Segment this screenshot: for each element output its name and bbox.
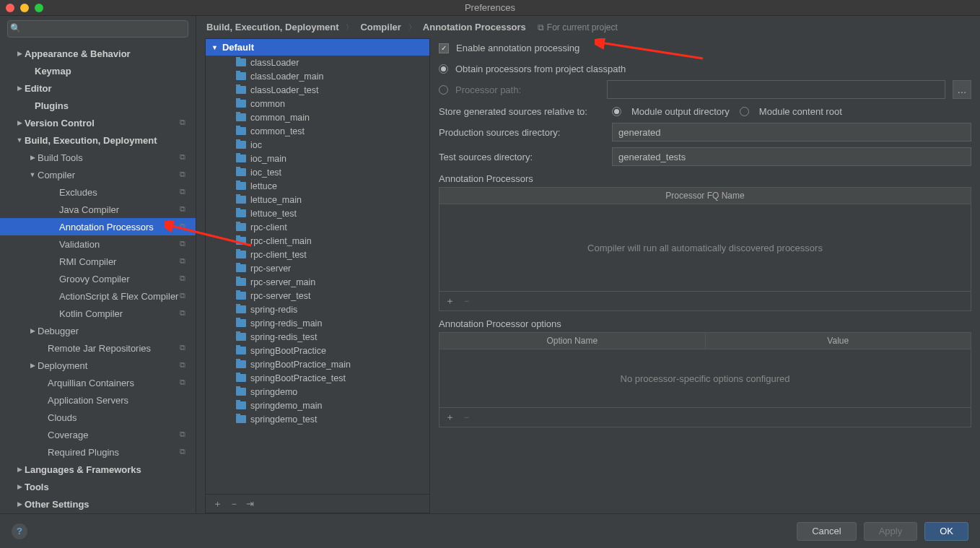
module-output-label: Module output directory (631, 106, 730, 117)
ap-remove-icon[interactable]: － (462, 295, 471, 308)
sidebar-item[interactable]: Groovy Compiler⧉ (0, 270, 196, 287)
tree-arrow-icon: ▼ (27, 171, 38, 178)
module-item[interactable]: springdemo_main (206, 399, 429, 412)
sidebar-item[interactable]: Keymap (0, 62, 196, 79)
minimize-window-icon[interactable] (20, 4, 29, 12)
module-item[interactable]: common_main (206, 110, 429, 124)
project-scope-icon: ⧉ (180, 204, 190, 214)
module-output-radio[interactable] (612, 107, 621, 116)
module-label: lettuce_main (250, 195, 302, 205)
module-item[interactable]: rpc-server_test (206, 289, 429, 303)
breadcrumb-seg[interactable]: Compiler (360, 22, 401, 32)
module-folder-icon (236, 141, 246, 149)
project-scope-icon: ⧉ (180, 274, 190, 284)
sidebar-item[interactable]: ▶Languages & Frameworks (0, 461, 196, 478)
module-item[interactable]: lettuce (206, 179, 429, 193)
search-input[interactable] (7, 20, 188, 38)
module-item[interactable]: classLoader (206, 56, 429, 69)
breadcrumb-seg[interactable]: Build, Execution, Deployment (206, 22, 338, 32)
module-folder-icon (236, 251, 246, 258)
project-scope-icon: ⧉ (180, 222, 190, 232)
processor-path-radio[interactable] (439, 85, 448, 95)
module-label: common_test (250, 126, 305, 136)
module-label: ioc_main (250, 154, 286, 164)
sidebar-item[interactable]: Application Servers (0, 391, 196, 409)
prod-dir-input[interactable] (612, 123, 971, 142)
module-item[interactable]: springBootPractice_test (206, 371, 429, 385)
sidebar-item-label: Appearance & Behavior (25, 48, 190, 59)
module-item[interactable]: classLoader_test (206, 83, 429, 97)
sidebar-item[interactable]: ▶Build Tools⧉ (0, 149, 196, 166)
module-item[interactable]: rpc-server_main (206, 275, 429, 289)
sidebar-item[interactable]: ▶Other Settings (0, 495, 196, 513)
titlebar: Preferences (0, 0, 980, 16)
sidebar-item-label: Editor (25, 83, 190, 94)
add-profile-icon[interactable]: ＋ (213, 497, 222, 510)
sidebar-item[interactable]: Annotation Processors⧉ (0, 218, 196, 235)
module-item[interactable]: common_test (206, 124, 429, 138)
sidebar-item[interactable]: Kotlin Compiler⧉ (0, 305, 196, 322)
scope-label: ⧉ For current project (538, 22, 618, 32)
module-item[interactable]: spring-redis_test (206, 330, 429, 344)
module-item[interactable]: springBootPractice (206, 344, 429, 357)
module-label: rpc-client (250, 222, 287, 232)
sidebar-item[interactable]: ▶Editor (0, 79, 196, 97)
sidebar-item[interactable]: Validation⧉ (0, 235, 196, 253)
sidebar-item[interactable]: Excludes⧉ (0, 183, 196, 201)
sidebar-item[interactable]: ▶Appearance & Behavior (0, 45, 196, 62)
obtain-classpath-radio[interactable] (439, 64, 448, 74)
module-label: ioc (250, 140, 262, 150)
sidebar-item[interactable]: ▼Build, Execution, Deployment (0, 131, 196, 149)
sidebar-item[interactable]: Arquillian Containers⧉ (0, 374, 196, 391)
module-item[interactable]: spring-redis (206, 303, 429, 316)
module-item[interactable]: ioc_test (206, 165, 429, 179)
sidebar-item[interactable]: Coverage⧉ (0, 426, 196, 443)
module-item[interactable]: lettuce_main (206, 193, 429, 206)
help-button[interactable]: ? (12, 523, 27, 539)
module-content-radio[interactable] (740, 107, 749, 116)
sidebar-item[interactable]: ▶Deployment⧉ (0, 357, 196, 374)
cancel-button[interactable]: Cancel (797, 522, 856, 541)
sidebar-item[interactable]: Plugins (0, 97, 196, 114)
remove-profile-icon[interactable]: － (229, 497, 239, 510)
enable-annotation-checkbox[interactable] (439, 43, 449, 53)
module-item[interactable]: rpc-client_main (206, 234, 429, 248)
module-item[interactable]: rpc-server (206, 261, 429, 275)
opt-remove-icon[interactable]: － (462, 411, 471, 424)
module-item[interactable]: spring-redis_main (206, 316, 429, 330)
sidebar-item[interactable]: Remote Jar Repositories⧉ (0, 339, 196, 357)
sidebar-item[interactable]: Java Compiler⧉ (0, 201, 196, 218)
sidebar-item-label: Deployment (38, 360, 180, 371)
module-label: springBootPractice_test (250, 373, 346, 383)
module-item[interactable]: springdemo (206, 385, 429, 399)
sidebar-item[interactable]: ▶Tools (0, 478, 196, 495)
sidebar-item[interactable]: ActionScript & Flex Compiler⧉ (0, 287, 196, 305)
module-item[interactable]: common (206, 97, 429, 110)
module-item[interactable]: rpc-client_test (206, 248, 429, 261)
module-item[interactable]: ioc_main (206, 152, 429, 165)
move-profile-icon[interactable]: ⇥ (246, 498, 254, 509)
maximize-window-icon[interactable] (35, 4, 43, 12)
module-item[interactable]: classLoader_main (206, 69, 429, 83)
ap-add-icon[interactable]: ＋ (445, 295, 455, 308)
sidebar-item[interactable]: Required Plugins⧉ (0, 443, 196, 461)
project-scope-icon: ⧉ (538, 22, 544, 32)
sidebar-item[interactable]: ▶Debugger (0, 322, 196, 339)
ok-button[interactable]: OK (924, 522, 968, 541)
module-item[interactable]: springdemo_test (206, 412, 429, 426)
opt-add-icon[interactable]: ＋ (445, 411, 455, 424)
close-window-icon[interactable] (6, 4, 14, 12)
sidebar-item[interactable]: ▼Compiler⧉ (0, 166, 196, 183)
sidebar-item[interactable]: RMI Compiler⧉ (0, 253, 196, 270)
module-item[interactable]: rpc-client (206, 220, 429, 234)
test-dir-input[interactable] (612, 147, 971, 166)
module-content-label: Module content root (759, 106, 842, 117)
sidebar-item[interactable]: ▶Version Control⧉ (0, 114, 196, 131)
module-item[interactable]: lettuce_test (206, 206, 429, 220)
chevron-right-icon: 〉 (346, 22, 353, 32)
module-item[interactable]: springBootPractice_main (206, 357, 429, 371)
profile-default[interactable]: ▼ Default (206, 39, 429, 56)
sidebar-item[interactable]: Clouds (0, 409, 196, 426)
module-item[interactable]: ioc (206, 138, 429, 152)
module-label: rpc-server (250, 264, 291, 274)
